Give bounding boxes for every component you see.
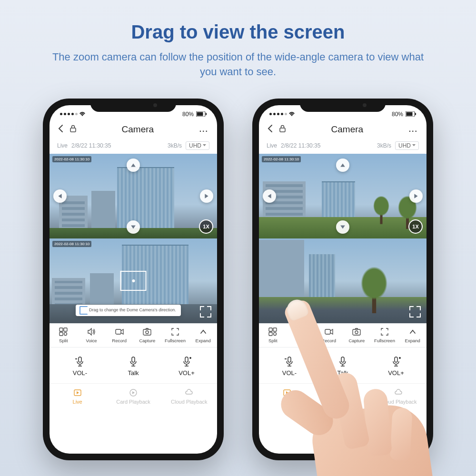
voice-button[interactable]: Voice [287, 324, 315, 347]
svg-point-23 [274, 332, 277, 335]
app-screen: 80% Camera ... Live 2/8/22 11:30:35 3kB/… [50, 105, 217, 454]
expand-button[interactable]: Expand [398, 324, 426, 347]
tab-cloud-playback[interactable]: Cloud Playback [161, 388, 217, 405]
signal-indicator [60, 111, 86, 117]
feed-timestamp: 2022-02-08 11:30:10 [262, 156, 301, 162]
fullscreen-button[interactable]: Fullscreen [161, 324, 189, 347]
bottom-tabs: Live Card Playback Cloud Playback [259, 383, 426, 405]
voice-button[interactable]: Voice [78, 324, 106, 347]
more-button[interactable]: ... [409, 125, 418, 134]
vol-plus-button[interactable]: VOL+ [369, 356, 423, 377]
vol-minus-button[interactable]: VOL- [53, 356, 107, 377]
pan-up-button[interactable] [127, 159, 140, 172]
expand-icon[interactable] [409, 306, 421, 317]
svg-rect-17 [407, 112, 413, 116]
bitrate-label: 3kB/s [377, 142, 391, 149]
zoom-level-button[interactable]: 1X [199, 219, 213, 234]
svg-rect-9 [143, 329, 151, 335]
expand-button[interactable]: Expand [189, 324, 217, 347]
volume-row: VOL- Talk VOL+ [259, 347, 426, 383]
svg-rect-11 [79, 357, 81, 362]
stream-timestamp: 2/8/22 11:30:35 [281, 142, 320, 149]
page-title: Camera [122, 124, 154, 135]
capture-button[interactable]: Capture [343, 324, 371, 347]
back-button[interactable] [268, 124, 273, 135]
talk-button[interactable]: Talk [316, 356, 369, 377]
marketing-headline: Drag to view the screen The zoom camera … [0, 0, 476, 84]
live-label: Live [267, 142, 277, 149]
svg-rect-20 [269, 328, 272, 331]
svg-rect-25 [353, 329, 360, 335]
lock-icon[interactable] [279, 125, 286, 134]
battery-percent: 80% [392, 111, 403, 118]
svg-rect-8 [116, 329, 121, 334]
headline-title: Drag to view the screen [19, 21, 457, 43]
capture-button[interactable]: Capture [133, 324, 161, 347]
pan-down-button[interactable] [336, 220, 349, 234]
expand-icon[interactable] [200, 306, 211, 317]
talk-button[interactable]: Talk [107, 356, 160, 377]
zoom-level-button[interactable]: 1X [408, 219, 423, 234]
pan-left-button[interactable] [53, 189, 67, 203]
wifi-icon [288, 111, 295, 117]
more-button[interactable]: ... [199, 125, 208, 134]
tab-card-playback[interactable]: Card Playback [105, 388, 161, 405]
phone-notch [300, 99, 386, 112]
split-button[interactable]: Split [50, 324, 78, 347]
split-button[interactable]: Split [259, 324, 287, 347]
stream-info-bar: Live 2/8/22 11:30:35 3kB/s UHD [259, 139, 426, 154]
record-button[interactable]: Record [315, 324, 343, 347]
pan-right-button[interactable] [409, 189, 423, 203]
camera-feed-zoom[interactable]: 2022-02-08 11:30:10 Drag to change the D… [50, 238, 217, 323]
app-screen: 80% Camera ... Live 2/8/22 11:30:35 3kB/… [259, 105, 426, 454]
record-button[interactable]: Record [105, 324, 133, 347]
quality-selector[interactable]: UHD [186, 141, 209, 150]
svg-rect-2 [206, 113, 207, 115]
phone-mockup-right: 80% Camera ... Live 2/8/22 11:30:35 3kB/… [252, 99, 433, 460]
tab-live[interactable]: Live [50, 388, 105, 405]
svg-rect-6 [60, 332, 63, 336]
lock-icon[interactable] [70, 125, 76, 134]
vol-plus-button[interactable]: VOL+ [160, 356, 213, 377]
bottom-tabs: Live Card Playback Cloud Playback [50, 383, 217, 405]
battery-percent: 80% [182, 111, 194, 118]
svg-rect-22 [269, 332, 272, 336]
camera-toolbar: Split Voice Record Capture Fullscreen Ex… [50, 323, 217, 347]
tab-cloud-playback[interactable]: Cloud Playback [371, 388, 426, 405]
camera-feed-zoom[interactable]: 2022-02-08 11:30:10 [259, 238, 426, 323]
phone-mockup-left: 80% Camera ... Live 2/8/22 11:30:35 3kB/… [43, 99, 224, 460]
svg-rect-3 [70, 128, 76, 132]
svg-point-10 [146, 331, 149, 334]
pan-down-button[interactable] [127, 220, 140, 234]
feed-timestamp: 2022-02-08 11:30:10 [52, 241, 91, 247]
camera-toolbar: Split Voice Record Capture Fullscreen Ex… [259, 323, 426, 347]
battery-icon [406, 111, 416, 117]
fullscreen-button[interactable]: Fullscreen [371, 324, 399, 347]
pan-up-button[interactable] [336, 159, 349, 172]
bitrate-label: 3kB/s [168, 142, 182, 149]
svg-point-7 [64, 332, 67, 335]
svg-point-26 [355, 331, 358, 334]
svg-rect-5 [64, 328, 67, 331]
live-label: Live [57, 142, 68, 149]
quality-selector[interactable]: UHD [395, 141, 419, 150]
pan-left-button[interactable] [263, 189, 276, 203]
svg-rect-27 [288, 357, 291, 362]
volume-row: VOL- Talk VOL+ [50, 347, 217, 383]
svg-rect-28 [341, 357, 344, 362]
wifi-icon [79, 111, 86, 117]
svg-rect-24 [325, 329, 330, 334]
focus-indicator [120, 271, 147, 291]
svg-rect-13 [185, 357, 188, 362]
pan-right-button[interactable] [200, 189, 213, 203]
camera-feed-wide[interactable]: 2022-02-08 11:30:10 1X [50, 154, 217, 238]
camera-feed-wide[interactable]: 2022-02-08 11:30:10 1X [259, 154, 426, 238]
vol-minus-button[interactable]: VOL- [263, 356, 316, 377]
tab-live[interactable]: Live [259, 388, 315, 405]
svg-rect-29 [395, 357, 397, 362]
tab-card-playback[interactable]: Card Playback [315, 388, 370, 405]
svg-rect-12 [132, 357, 135, 362]
signal-indicator [269, 111, 295, 117]
back-button[interactable] [58, 124, 63, 135]
headline-subtitle: The zoom camera can follow the position … [43, 50, 433, 79]
